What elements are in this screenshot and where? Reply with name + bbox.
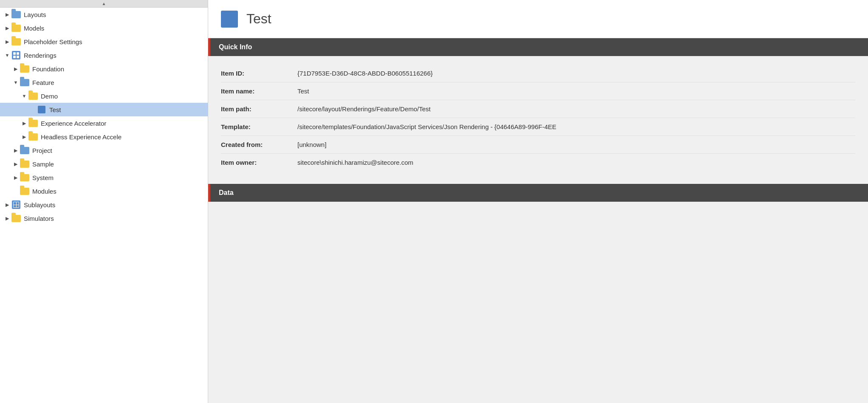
item-title: Test <box>246 11 271 27</box>
tree-label-project: Project <box>32 147 52 154</box>
tree-panel: ▲ LayoutsModelsPlaceholder SettingsRende… <box>0 0 208 403</box>
info-value-template: /sitecore/templates/Foundation/JavaScrip… <box>297 123 855 130</box>
tree-label-system: System <box>32 174 54 181</box>
item-header-icon <box>221 11 238 28</box>
info-label-item-name: Item name: <box>221 87 297 95</box>
tree-label-layouts: Layouts <box>24 11 46 18</box>
tree-label-sample: Sample <box>32 161 54 168</box>
tree-label-placeholder-settings: Placeholder Settings <box>24 38 82 45</box>
tree-item-renderings[interactable]: Renderings <box>0 48 208 62</box>
tree-icon-blue-square-test <box>37 105 47 114</box>
info-value-item-path: /sitecore/layout/Renderings/Feature/Demo… <box>297 105 855 113</box>
info-row-item-owner: Item owner:sitecore\shinichi.haramizu@si… <box>221 154 855 171</box>
scroll-up-button[interactable]: ▲ <box>0 0 208 8</box>
tree-label-renderings: Renderings <box>24 52 57 59</box>
tree-label-simulators: Simulators <box>24 215 54 222</box>
quick-info-table: Item ID:{71D7953E-D36D-48C8-ABDD-B060551… <box>208 56 868 180</box>
tree-arrow-feature[interactable] <box>12 79 20 86</box>
info-row-item-id: Item ID:{71D7953E-D36D-48C8-ABDD-B060551… <box>221 65 855 82</box>
tree-icon-folder-blue-layouts <box>11 10 21 19</box>
info-label-created-from: Created from: <box>221 141 297 148</box>
tree-item-demo[interactable]: Demo <box>0 89 208 103</box>
tree-arrow-headless-experience[interactable] <box>20 133 28 141</box>
tree-icon-folder-blue-project <box>20 146 30 155</box>
tree-arrow-demo[interactable] <box>20 92 28 100</box>
tree-icon-folder-simulators <box>11 214 21 223</box>
tree-label-demo: Demo <box>41 93 58 100</box>
tree-item-foundation[interactable]: Foundation <box>0 62 208 76</box>
tree-icon-folder-demo <box>28 92 38 100</box>
info-row-item-path: Item path:/sitecore/layout/Renderings/Fe… <box>221 100 855 118</box>
tree-arrow-simulators[interactable] <box>3 214 11 222</box>
item-header: Test <box>208 0 868 38</box>
tree-arrow-foundation[interactable] <box>12 65 20 73</box>
tree-item-placeholder-settings[interactable]: Placeholder Settings <box>0 35 208 48</box>
info-value-item-owner: sitecore\shinichi.haramizu@sitecore.com <box>297 159 855 166</box>
tree-item-test[interactable]: Test <box>0 103 208 116</box>
tree-label-feature: Feature <box>32 79 54 86</box>
tree-label-modules: Modules <box>32 188 57 195</box>
info-label-template: Template: <box>221 123 297 130</box>
tree-arrow-renderings[interactable] <box>3 51 11 59</box>
tree-icon-folder-system <box>20 173 30 182</box>
tree-label-sublayouts: Sublayouts <box>24 201 55 209</box>
tree-icon-folder-headless-experience <box>28 132 38 141</box>
tree-icon-folder-foundation <box>20 65 30 73</box>
tree-label-experience-accelerator: Experience Accelerator <box>41 120 106 127</box>
tree-item-sample[interactable]: Sample <box>0 157 208 171</box>
tree-arrow-experience-accelerator[interactable] <box>20 119 28 127</box>
main-panel: Test Quick Info Item ID:{71D7953E-D36D-4… <box>208 0 868 403</box>
tree-arrow-models[interactable] <box>3 24 11 32</box>
tree-arrow-system[interactable] <box>12 174 20 181</box>
tree-item-sublayouts[interactable]: Sublayouts <box>0 198 208 211</box>
info-value-item-name: Test <box>297 87 855 95</box>
tree-item-models[interactable]: Models <box>0 21 208 35</box>
info-value-item-id: {71D7953E-D36D-48C8-ABDD-B06055116266} <box>297 70 855 77</box>
info-label-item-path: Item path: <box>221 105 297 113</box>
info-value-created-from: [unknown] <box>297 141 855 148</box>
tree-item-experience-accelerator[interactable]: Experience Accelerator <box>0 116 208 130</box>
tree-arrow-project[interactable] <box>12 147 20 154</box>
tree-icon-grid-renderings <box>11 51 21 59</box>
tree-icon-folder-sample <box>20 160 30 168</box>
tree-icon-folder-modules <box>20 187 30 195</box>
tree-arrow-placeholder-settings[interactable] <box>3 38 11 45</box>
tree-label-foundation: Foundation <box>32 65 64 73</box>
tree-item-simulators[interactable]: Simulators <box>0 211 208 225</box>
tree-label-models: Models <box>24 25 44 32</box>
tree-arrow-layouts[interactable] <box>3 11 11 18</box>
tree-item-layouts[interactable]: Layouts <box>0 8 208 21</box>
info-label-item-id: Item ID: <box>221 70 297 77</box>
tree-item-project[interactable]: Project <box>0 144 208 157</box>
quick-info-header: Quick Info <box>208 38 868 56</box>
tree-item-feature[interactable]: Feature <box>0 76 208 89</box>
tree-item-system[interactable]: System <box>0 171 208 184</box>
tree-arrow-sublayouts[interactable] <box>3 201 11 209</box>
tree-label-test: Test <box>49 106 61 113</box>
data-section-header: Data <box>208 184 868 202</box>
tree-label-headless-experience: Headless Experience Accele <box>41 133 122 141</box>
tree-icon-sublayout-sublayouts <box>11 200 21 209</box>
tree-item-modules[interactable]: Modules <box>0 184 208 198</box>
tree-icon-folder-models <box>11 24 21 32</box>
info-row-item-name: Item name:Test <box>221 82 855 100</box>
info-row-created-from: Created from:[unknown] <box>221 136 855 154</box>
tree-arrow-sample[interactable] <box>12 160 20 168</box>
tree-icon-folder-blue-feature <box>20 78 30 87</box>
tree-icon-folder-experience-accelerator <box>28 119 38 127</box>
info-label-item-owner: Item owner: <box>221 159 297 166</box>
tree-icon-folder-placeholder-settings <box>11 37 21 46</box>
tree-item-headless-experience[interactable]: Headless Experience Accele <box>0 130 208 144</box>
info-row-template: Template:/sitecore/templates/Foundation/… <box>221 118 855 136</box>
